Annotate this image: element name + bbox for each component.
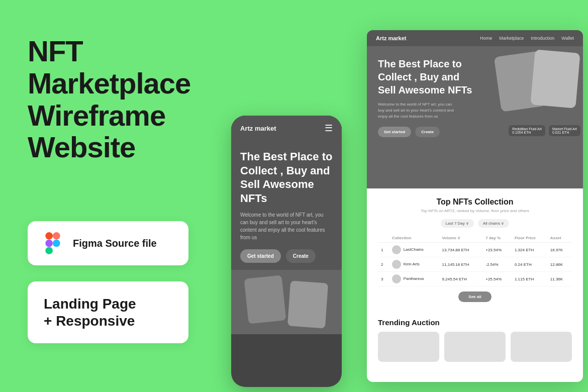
mobile-hero-title: The Best Place to Collect , Buy and Sell… <box>240 150 333 205</box>
row-change: +23.54% <box>482 243 512 257</box>
desktop-nft-label-2: Market Fluid Art0.021 ETH <box>549 125 580 136</box>
table-header-row: Collection Volume ∨ 7 day % Floor Price … <box>378 234 572 243</box>
row-floor: 1.324 ETH <box>512 243 547 257</box>
trending-card-1[interactable] <box>378 332 439 362</box>
mobile-hero-desc: Welcome to the world of NFT art, you can… <box>240 211 333 241</box>
hamburger-icon[interactable]: ☰ <box>325 123 333 134</box>
desktop-nav-links: Home Marketplace Introduction Wallet <box>480 36 574 41</box>
row-floor: 0.24 ETH <box>512 257 547 272</box>
landing-label: Landing Page + Responsive <box>44 296 172 329</box>
row-num: 3 <box>378 272 389 286</box>
row-volume: 13,734.88 ETH <box>439 243 483 257</box>
nav-home[interactable]: Home <box>480 36 492 41</box>
svg-point-4 <box>53 240 60 247</box>
figma-icon <box>42 232 64 254</box>
trending-title: Trending Auction <box>378 318 572 327</box>
svg-rect-2 <box>45 240 53 247</box>
desktop-hero-content: The Best Place to Collect , Buy and Sell… <box>367 46 583 146</box>
desktop-hero-desc: Welcome to the world of NFT art, you can… <box>378 102 458 120</box>
nav-introduction[interactable]: Introduction <box>531 36 554 41</box>
row-asset: 12.86K <box>547 257 572 272</box>
trending-card-3[interactable] <box>511 332 572 362</box>
section-title: Top NFTs Collection <box>378 198 572 207</box>
filter-chains[interactable]: All chains ∨ <box>478 219 509 228</box>
table-row: 1 LastChains 13,734.88 ETH +23.54% 1.324… <box>378 243 572 257</box>
nft-table: Collection Volume ∨ 7 day % Floor Price … <box>378 234 572 286</box>
trending-card-2[interactable] <box>444 332 506 362</box>
row-change: +25.54% <box>482 272 512 286</box>
section-subtitle: Top NFTs on ARTZ, ranked by Volume, floo… <box>378 209 572 213</box>
collection-avatar <box>392 274 401 283</box>
row-asset: 11.36K <box>547 272 572 286</box>
filter-7day[interactable]: Last 7 Day ∨ <box>441 219 474 228</box>
desktop-hero-title: The Best Place to Collect , Buy and Sell… <box>378 57 478 96</box>
row-num: 2 <box>378 257 389 272</box>
mobile-brand: Artz market <box>240 125 276 132</box>
see-all-button[interactable]: See all <box>458 291 491 302</box>
col-floor: Floor Price <box>512 234 547 243</box>
main-title: NFT MarketplaceWireframeWebsite <box>28 35 239 163</box>
row-asset: 16.97K <box>547 243 572 257</box>
mobile-nft-card-2 <box>287 280 328 328</box>
desktop-nav: Artz market Home Marketplace Introductio… <box>367 30 583 46</box>
nav-wallet[interactable]: Wallet <box>561 36 574 41</box>
nav-marketplace[interactable]: Marketplace <box>499 36 524 41</box>
collection-avatar <box>392 245 401 254</box>
collection-avatar <box>392 260 401 269</box>
col-asset: Asset <box>547 234 572 243</box>
mobile-get-started-button[interactable]: Get started <box>240 249 281 263</box>
desktop-get-started-button[interactable]: Get started <box>378 127 411 137</box>
svg-rect-1 <box>53 232 60 240</box>
table-row: 3 Panthareus 9,245.54 ETH +25.54% 1.115 … <box>378 272 572 286</box>
table-filters: Last 7 Day ∨ All chains ∨ <box>378 219 572 228</box>
mobile-header: Artz market ☰ <box>231 116 342 141</box>
col-7day[interactable]: 7 day % <box>482 234 512 243</box>
desktop-brand: Artz market <box>376 35 407 41</box>
col-volume[interactable]: Volume ∨ <box>439 234 483 243</box>
figma-card[interactable]: Figma Source file <box>28 221 188 265</box>
desktop-trending-section: Trending Auction <box>367 311 583 362</box>
desktop-nft-card-2 <box>530 49 580 108</box>
table-row: 2 Kirin Arts 11,145.18 ETH -2.54% 0.24 E… <box>378 257 572 272</box>
landing-page-card: Landing Page + Responsive <box>28 281 188 343</box>
row-collection: Kirin Arts <box>389 257 439 272</box>
col-collection[interactable]: Collection <box>389 234 439 243</box>
row-change: -2.54% <box>482 257 512 272</box>
mobile-buttons: Get started Create <box>240 249 333 263</box>
svg-rect-3 <box>45 247 53 254</box>
svg-rect-0 <box>45 232 53 240</box>
row-volume: 11,145.18 ETH <box>439 257 483 272</box>
mobile-nft-card-1 <box>244 275 286 324</box>
mobile-hero: The Best Place to Collect , Buy and Sell… <box>231 141 342 270</box>
mobile-create-button[interactable]: Create <box>286 249 316 263</box>
row-collection: LastChains <box>389 243 439 257</box>
trending-cards <box>378 332 572 362</box>
desktop-hero: Artz market Home Marketplace Introductio… <box>367 30 583 188</box>
mobile-cards-area <box>231 270 342 334</box>
figma-source-label: Figma Source file <box>73 238 157 249</box>
mobile-mockup: Artz market ☰ The Best Place to Collect … <box>231 116 342 387</box>
desktop-mockup: Artz market Home Marketplace Introductio… <box>367 30 583 382</box>
row-floor: 1.115 ETH <box>512 272 547 286</box>
desktop-create-button[interactable]: Create <box>415 127 440 137</box>
row-volume: 9,245.54 ETH <box>439 272 483 286</box>
desktop-table-section: Top NFTs Collection Top NFTs on ARTZ, ra… <box>367 188 583 311</box>
row-collection: Panthareus <box>389 272 439 286</box>
row-num: 1 <box>378 243 389 257</box>
col-num <box>378 234 389 243</box>
left-content: NFT MarketplaceWireframeWebsite <box>28 35 239 163</box>
desktop-nft-label-1: Rediditian Fluid Art0.1054 ETH <box>509 125 545 136</box>
